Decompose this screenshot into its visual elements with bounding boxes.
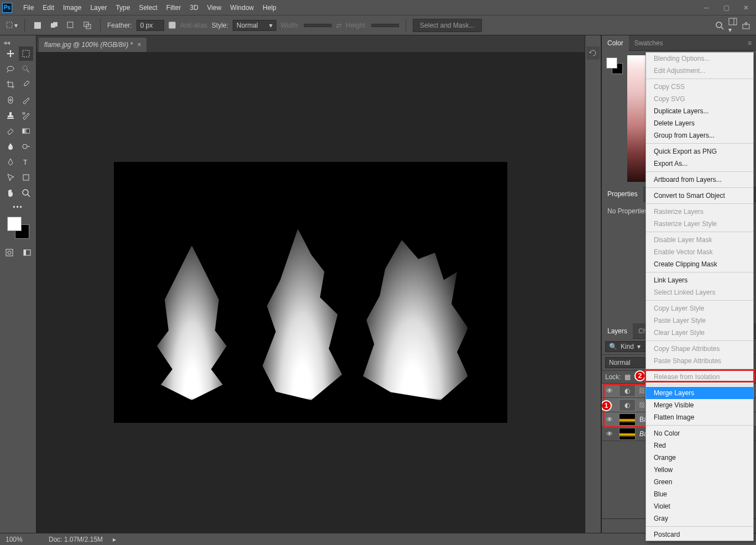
ctx-export-as-[interactable]: Export As... [646,158,753,170]
shape-tool[interactable] [19,170,33,185]
swap-wh-icon: ⇄ [336,22,342,29]
add-selection-icon[interactable] [48,19,60,32]
menu-file[interactable]: File [19,0,38,15]
gradient-tool[interactable] [19,124,33,138]
ctx-orange[interactable]: Orange [646,452,753,464]
healing-tool[interactable] [3,93,18,107]
panel-menu-icon[interactable]: ≡ [743,39,756,47]
brush-tool[interactable] [19,93,33,107]
minimize-button[interactable]: ─ [699,2,714,13]
intersect-selection-icon[interactable] [81,19,93,32]
ctx-create-clipping-mask[interactable]: Create Clipping Mask [646,258,753,270]
crop-tool[interactable] [3,77,18,92]
visibility-icon[interactable]: 👁 [602,387,617,395]
ctx-paste-layer-style: Paste Layer Style [646,315,753,327]
collapsed-panels [585,35,601,533]
lock-pixels-icon[interactable]: ▦ [624,373,631,381]
dodge-tool[interactable] [19,139,33,154]
edit-toolbar-icon[interactable]: ••• [13,203,23,211]
ctx-merge-visible[interactable]: Merge Visible [646,399,753,411]
close-button[interactable]: ✕ [738,2,754,13]
tab-properties[interactable]: Properties [602,186,643,202]
canvas[interactable] [114,163,507,422]
ctx-no-color[interactable]: No Color [646,427,753,439]
doc-info[interactable]: Doc: 1.07M/2.15M [49,536,103,543]
screenmode-icon[interactable] [20,245,34,260]
menu-view[interactable]: View [203,0,226,15]
ctx-convert-to-smart-object[interactable]: Convert to Smart Object [646,190,753,202]
ctx-gray[interactable]: Gray [646,512,753,525]
menu-select[interactable]: Select [134,0,161,15]
menu-type[interactable]: Type [111,0,134,15]
ctx-group-from-layers-[interactable]: Group from Layers... [646,129,753,142]
height-input [371,24,399,27]
ctx-merge-layers[interactable]: Merge Layers [646,387,753,399]
history-panel-icon[interactable] [586,46,600,60]
menu-layer[interactable]: Layer [86,0,111,15]
menu-3d[interactable]: 3D [185,0,202,15]
new-selection-icon[interactable] [32,19,44,32]
menu-window[interactable]: Window [226,0,259,15]
hand-tool[interactable] [3,186,18,200]
eyedropper-tool[interactable] [19,77,33,92]
ctx-blue[interactable]: Blue [646,488,753,500]
ctx-postcard[interactable]: Postcard [646,528,753,541]
eraser-tool[interactable] [3,124,18,138]
close-tab-icon[interactable]: × [137,41,141,49]
ctx-red[interactable]: Red [646,439,753,452]
blur-tool[interactable] [3,139,18,154]
search-icon[interactable] [715,21,724,30]
style-select[interactable]: Normal▾ [233,20,276,31]
workspace-icon[interactable]: ▾ [728,17,737,34]
toolbar-collapse-icon[interactable]: ◂◂ [0,39,10,46]
stamp-tool[interactable] [3,108,18,123]
lasso-tool[interactable] [3,62,18,76]
document-tab[interactable]: flame.jpg @ 100% (RGB/8#) * × [39,38,146,52]
visibility-icon[interactable]: 👁 [602,416,617,423]
feather-input[interactable]: 0 px [136,20,164,31]
ctx-flatten-image[interactable]: Flatten Image [646,411,753,423]
ctx-green[interactable]: Green [646,476,753,488]
history-brush-tool[interactable] [19,108,33,123]
ctx-quick-export-as-png[interactable]: Quick Export as PNG [646,145,753,158]
ctx-yellow[interactable]: Yellow [646,464,753,476]
no-properties-label: No Properties [607,207,648,215]
menu-help[interactable]: Help [258,0,281,15]
ctx-delete-layers[interactable]: Delete Layers [646,117,753,129]
quick-select-tool[interactable] [19,62,33,76]
zoom-tool[interactable] [19,186,33,200]
ctx-link-layers[interactable]: Link Layers [646,274,753,286]
svg-rect-4 [67,22,73,28]
quickmask-icon[interactable] [2,245,17,260]
visibility-icon[interactable]: 👁 [602,430,617,438]
ctx-duplicate-layers-[interactable]: Duplicate Layers... [646,105,753,117]
ctx-artboard-from-layers-[interactable]: Artboard from Layers... [646,174,753,186]
svg-line-8 [721,27,723,29]
menu-filter[interactable]: Filter [162,0,186,15]
ctx-copy-layer-style: Copy Layer Style [646,302,753,315]
ctx-disable-layer-mask: Disable Layer Mask [646,234,753,246]
select-and-mask-button[interactable]: Select and Mask... [413,19,482,32]
ctx-copy-shape-attributes: Copy Shape Attributes [646,343,753,355]
statusbar-arrow-icon[interactable]: ▸ [113,536,116,543]
share-icon[interactable] [742,21,750,30]
menu-edit[interactable]: Edit [38,0,59,15]
marquee-tool[interactable] [19,46,33,61]
move-tool[interactable] [3,46,18,61]
menu-image[interactable]: Image [59,0,86,15]
maximize-button[interactable]: ▢ [718,2,734,13]
type-tool[interactable]: T [19,155,33,169]
zoom-level[interactable]: 100% [6,536,39,543]
svg-point-30 [8,251,11,254]
path-select-tool[interactable] [3,170,18,185]
pen-tool[interactable] [3,155,18,169]
tab-color[interactable]: Color [602,35,629,51]
window-controls: ─ ▢ ✕ [699,2,754,13]
tool-preset-icon[interactable]: ▾ [6,19,18,32]
tab-strip: flame.jpg @ 100% (RGB/8#) * × [36,35,585,52]
tab-swatches[interactable]: Swatches [629,35,669,51]
subtract-selection-icon[interactable] [65,19,77,32]
ctx-violet[interactable]: Violet [646,500,753,512]
color-swatches[interactable] [7,217,29,239]
tab-layers[interactable]: Layers [602,323,633,339]
